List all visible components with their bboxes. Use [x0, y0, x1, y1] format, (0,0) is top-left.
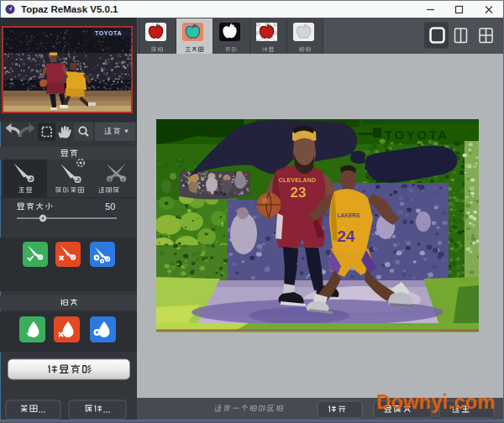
svg-text:23: 23 [291, 185, 307, 201]
svg-text:TOYOTA: TOYOTA [385, 128, 449, 142]
svg-text:Topaz ReMask V5.0.1: Topaz ReMask V5.0.1 [21, 4, 118, 14]
svg-text:LAKERS: LAKERS [338, 212, 360, 218]
svg-text:50: 50 [105, 201, 115, 212]
svg-text:Downyi.com: Downyi.com [376, 391, 495, 413]
svg-text:24: 24 [337, 227, 355, 245]
svg-text:TOYOTA: TOYOTA [95, 30, 122, 36]
svg-text:CLEVELAND: CLEVELAND [279, 177, 317, 183]
